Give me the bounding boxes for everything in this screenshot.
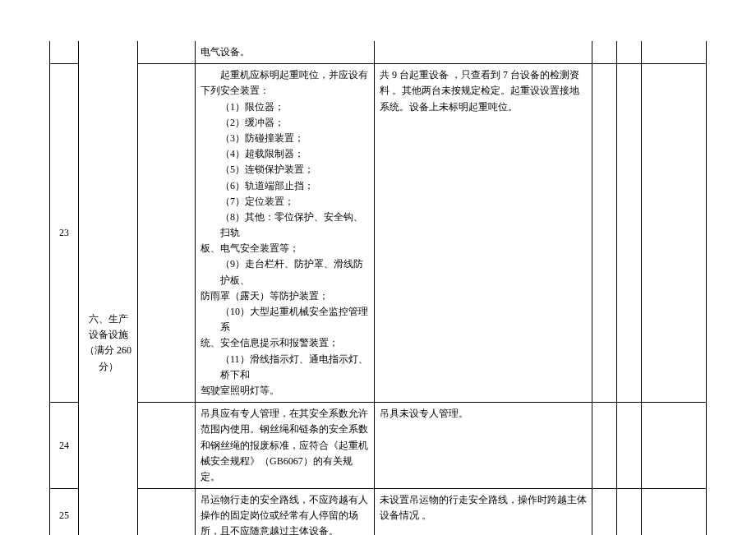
inspection-table: 六、生产设备设施（满分 260 分） 电气设备。 23 起重机应标明起重吨位，并… (49, 41, 707, 535)
row-number: 25 (50, 489, 79, 535)
standard-cell: 吊具应有专人管理，在其安全系数允许范围内使用。钢丝绳和链条的安全系数和钢丝绳的报… (196, 403, 375, 489)
row-number: 23 (50, 64, 79, 403)
finding-cell: 吊具未设专人管理。 (375, 403, 592, 489)
row-number: 24 (50, 403, 79, 489)
standard-cell: 吊运物行走的安全路线，不应跨越有人操作的固定岗位或经常有人停留的场所，且不应随意… (196, 489, 375, 535)
table-row: 25 6.2 设备设施运行管理 吊运物行走的安全路线，不应跨越有人操作的固定岗位… (50, 489, 707, 535)
standard-cell: 电气设备。 (196, 41, 375, 64)
section-cell: 6.2 设备设施运行管理 (138, 489, 196, 535)
standard-cell: 起重机应标明起重吨位，并应设有下列安全装置： （1）限位器； （2）缓冲器； （… (196, 64, 375, 403)
finding-cell: 未设置吊运物的行走安全路线，操作时跨越主体设备情况 。 (375, 489, 592, 535)
finding-cell: 共 9 台起重设备 ，只查看到 7 台设备的检测资料 。其他两台未按规定检定。起… (375, 64, 592, 403)
category-cell: 六、生产设备设施（满分 260 分） (79, 41, 138, 535)
table-row: 23 起重机应标明起重吨位，并应设有下列安全装置： （1）限位器； （2）缓冲器… (50, 64, 707, 403)
table-row: 六、生产设备设施（满分 260 分） 电气设备。 (50, 41, 707, 64)
table-row: 24 吊具应有专人管理，在其安全系数允许范围内使用。钢丝绳和链条的安全系数和钢丝… (50, 403, 707, 489)
